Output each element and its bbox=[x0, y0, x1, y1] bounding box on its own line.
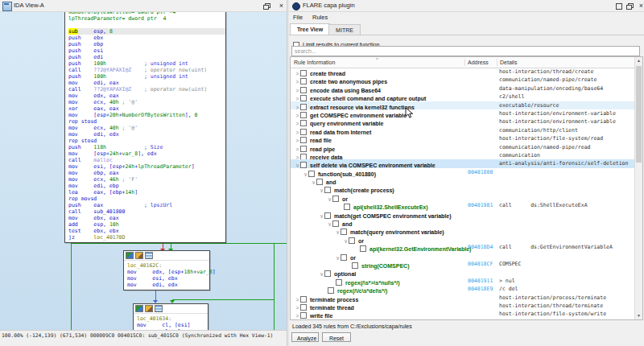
tree-row[interactable]: >write filehost-interaction/file-system/… bbox=[291, 310, 642, 318]
column-details[interactable]: Details bbox=[500, 60, 517, 65]
rule-tree-header[interactable]: Rule Information ^ Address Details bbox=[291, 57, 642, 68]
tree-row[interactable]: >receive datacommunication bbox=[291, 151, 642, 159]
close-icon[interactable]: × bbox=[278, 2, 285, 10]
column-rule-information[interactable]: Rule Information bbox=[294, 60, 335, 65]
tree-scrollbar[interactable]: ▲ ▼ bbox=[634, 57, 642, 319]
asm-line[interactable]: push 100h ; unsigned int bbox=[68, 60, 225, 67]
basic-block-loc_401634[interactable]: loc_401634:mov cl, [esi]mov al, cl bbox=[133, 303, 208, 330]
asm-line[interactable] bbox=[68, 22, 225, 28]
asm-line[interactable]: call ??2@YAPAXI@Z ; operator new(uint) bbox=[68, 67, 225, 73]
menu-rules[interactable]: Rules bbox=[310, 14, 330, 21]
asm-line[interactable]: mov ebx, eax bbox=[68, 215, 225, 221]
asm-line[interactable]: mov [esp+20h+NumberOfBytesWritten], 0 bbox=[68, 112, 225, 118]
asm-line[interactable]: mov ecx, 40h ; '@' bbox=[68, 99, 225, 105]
tree-row[interactable]: regex(/\/c\s*del\s*/)004018E9/c del bbox=[291, 285, 642, 293]
node-group-icon[interactable] bbox=[135, 252, 143, 259]
node-group-icon[interactable] bbox=[145, 305, 153, 312]
asm-line[interactable]: mov ecx, 46h ; 'F' bbox=[68, 176, 225, 183]
tree-row[interactable]: vor bbox=[291, 252, 642, 260]
tree-row[interactable]: >create threadhost-interaction/thread/cr… bbox=[291, 68, 642, 76]
tree-row[interactable]: >query environment variablehost-interact… bbox=[291, 117, 642, 126]
tree-row[interactable]: >create two anonymous pipescommunication… bbox=[291, 76, 642, 84]
asm-line[interactable]: add esp, 10h bbox=[68, 221, 225, 228]
asm-line[interactable]: mov cl, [esi] bbox=[137, 322, 208, 328]
node-list-icon[interactable] bbox=[145, 252, 153, 259]
asm-line[interactable]: sub esp, 8 bbox=[68, 28, 225, 35]
asm-line[interactable]: push 118h ; Size bbox=[68, 144, 225, 150]
rule-checkbox[interactable] bbox=[300, 312, 307, 319]
rule-address[interactable]: 004018D4 bbox=[468, 243, 493, 251]
tree-row[interactable]: >execute shell command and capture outpu… bbox=[291, 93, 642, 101]
tree-row[interactable]: >read data from Internetcommunication/ht… bbox=[291, 126, 642, 134]
asm-line[interactable]: jz loc_40170D bbox=[68, 234, 225, 241]
asm-line[interactable]: mov ebp, eax bbox=[68, 170, 225, 176]
asm-line[interactable]: mov edi, eax bbox=[68, 80, 225, 86]
tree-row[interactable]: >get COMSPEC environment variablehost-in… bbox=[291, 109, 642, 117]
asm-line[interactable]: push ebp bbox=[68, 41, 225, 47]
analyze-button[interactable]: Analyze bbox=[291, 332, 319, 342]
tree-row[interactable]: vmatch(create process) bbox=[291, 184, 642, 192]
tree-row[interactable]: vor bbox=[291, 193, 642, 201]
rule-address[interactable]: 004018CF bbox=[468, 260, 493, 268]
asm-line[interactable]: mov esi, [esp+24h+lpThreadParameter] bbox=[68, 163, 225, 170]
asm-line[interactable]: mov esi, ebx bbox=[127, 275, 209, 282]
asm-line[interactable]: push ebx bbox=[68, 35, 225, 41]
asm-line[interactable]: xor eax, eax bbox=[68, 105, 225, 112]
asm-line[interactable]: test ebx, ebx bbox=[68, 228, 225, 234]
column-address[interactable]: Address bbox=[468, 60, 489, 65]
tree-row[interactable]: api(kernel32.GetEnvironmentVariable)0040… bbox=[291, 243, 642, 251]
tree-row[interactable]: vmatch(query environment variable) bbox=[291, 226, 642, 234]
asm-line[interactable]: rep stosd bbox=[68, 138, 225, 144]
rule-label[interactable]: write file bbox=[310, 313, 332, 319]
asm-line[interactable]: mov edi, edx bbox=[68, 131, 225, 138]
asm-line[interactable]: push edi bbox=[68, 54, 225, 60]
asm-line[interactable]: call ??2@YAPAXI@Z ; operator new(uint) bbox=[68, 86, 225, 93]
menu-file[interactable]: File bbox=[291, 14, 305, 21]
asm-line[interactable]: mov edx, eax bbox=[68, 93, 225, 99]
tree-row[interactable]: >read filehost-interaction/file-system/r… bbox=[291, 134, 642, 142]
tree-row[interactable]: string(COMSPEC)004018CFCOMSPEC bbox=[291, 260, 642, 268]
asm-line[interactable]: mov edx, [esp+18h+var_8] bbox=[127, 269, 209, 275]
capa-titlebar[interactable]: FLARE capa plugin × bbox=[289, 0, 644, 12]
search-input[interactable] bbox=[291, 46, 640, 56]
tree-row[interactable]: >read pipecommunication/named-pipe/read bbox=[291, 143, 642, 151]
tree-row[interactable]: api(shell32.ShellExecuteEx)00401981call … bbox=[291, 201, 642, 209]
tree-row[interactable]: voptional bbox=[291, 268, 642, 276]
basic-block-loc_40162C[interactable]: loc_40162C:mov edx, [esp+18h+var_8]mov e… bbox=[123, 250, 210, 290]
float-icon[interactable] bbox=[263, 2, 270, 10]
asm-line[interactable]: loc_40162C: bbox=[127, 262, 209, 269]
scroll-down-icon[interactable]: ▼ bbox=[635, 312, 642, 319]
tab-mitre[interactable]: MITRE bbox=[328, 24, 361, 35]
asm-line[interactable]: push 100h ; unsigned int bbox=[68, 73, 225, 80]
node-color-icon[interactable] bbox=[135, 305, 143, 312]
asm-line[interactable]: mov [esp+24h+var_8], edx bbox=[68, 150, 225, 157]
tree-row[interactable]: >extract resource via kernel32 functions… bbox=[291, 101, 642, 109]
asm-line[interactable]: push esi bbox=[68, 47, 225, 54]
node-list-icon[interactable] bbox=[155, 305, 163, 312]
tree-row[interactable]: >encode data using Base64data-manipulati… bbox=[291, 84, 642, 93]
rule-address[interactable]: 00401880 bbox=[468, 168, 493, 176]
asm-line[interactable]: loc_401634: bbox=[137, 315, 208, 322]
asm-line[interactable]: mov edi, ebp bbox=[68, 183, 225, 189]
tree-row[interactable]: >terminate processhost-interaction/proce… bbox=[291, 294, 642, 302]
asm-line[interactable]: rep movsd bbox=[68, 196, 225, 202]
maximize-icon[interactable] bbox=[615, 2, 622, 10]
asm-line[interactable]: rep stosd bbox=[68, 118, 225, 125]
rule-address[interactable]: 00401911 bbox=[468, 277, 493, 285]
reset-button[interactable]: Reset bbox=[322, 332, 351, 342]
graph-view[interactable]: var_8= dword ptr -8 NumberOfBytesWritten… bbox=[0, 12, 287, 330]
node-color-icon[interactable] bbox=[126, 252, 134, 259]
tree-row[interactable]: vor bbox=[291, 235, 642, 243]
tree-row[interactable]: >terminate threadhost-interaction/thread… bbox=[291, 302, 642, 310]
rule-address[interactable]: 00401981 bbox=[468, 201, 493, 209]
tree-row[interactable]: vself delete via COMSPEC environment var… bbox=[291, 159, 642, 167]
asm-line[interactable]: call malloc bbox=[68, 157, 225, 163]
tree-row[interactable]: vand bbox=[291, 218, 642, 226]
tree-row[interactable]: regex(/\s*>\s*nul\s*/)00401911> nul bbox=[291, 277, 642, 285]
rule-address[interactable]: 004018E9 bbox=[468, 285, 493, 293]
tree-row[interactable]: vfunction(sub_401880)00401880 bbox=[291, 168, 642, 176]
scroll-up-icon[interactable]: ▲ bbox=[635, 57, 642, 64]
tree-row[interactable]: vand bbox=[291, 176, 642, 184]
asm-line[interactable]: push eax ; lpszUrl bbox=[68, 202, 225, 208]
float-icon[interactable] bbox=[626, 2, 634, 10]
